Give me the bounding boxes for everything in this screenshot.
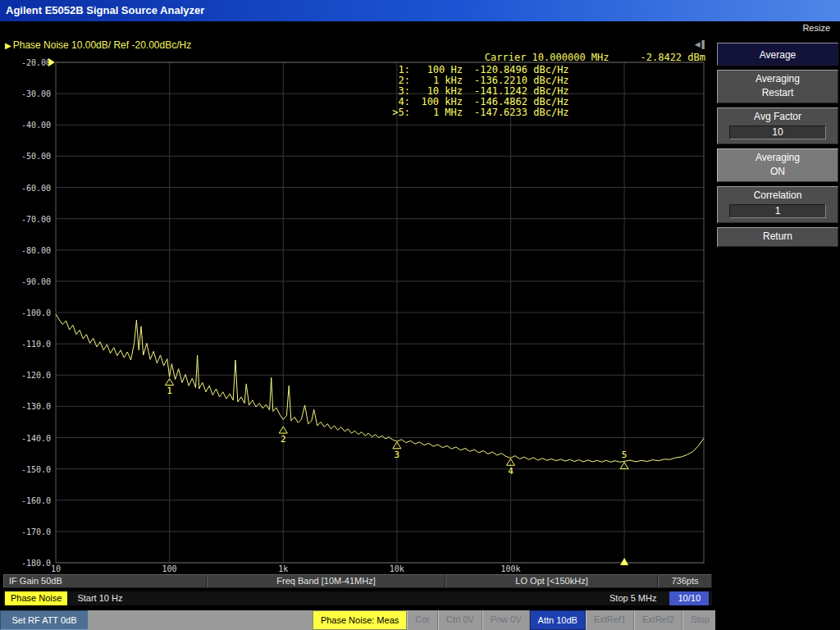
resize-control[interactable]: Resize <box>802 23 830 33</box>
indicator-stop: Stop <box>682 610 718 630</box>
svg-text:-110.0: -110.0 <box>21 340 51 349</box>
svg-text:100: 100 <box>162 564 177 573</box>
softkey-averaging-restart[interactable]: AveragingRestart <box>717 70 838 103</box>
title-bar: Agilent E5052B Signal Source Analyzer <box>0 0 840 21</box>
svg-text:-80.00: -80.00 <box>21 246 51 255</box>
softkey-panel: Average AveragingRestartAvg Factor10Aver… <box>715 39 840 630</box>
svg-text:3: 3 <box>395 450 400 460</box>
points-status: 736pts <box>658 574 712 588</box>
svg-text:-60.00: -60.00 <box>21 184 51 193</box>
svg-text:-50.00: -50.00 <box>21 152 51 161</box>
header-controls: ◀▌ <box>695 39 709 49</box>
svg-text:-180.0: -180.0 <box>21 559 51 568</box>
marker-idx: 1: <box>389 65 410 75</box>
marker-val: -141.1242 dBc/Hz <box>474 86 569 96</box>
softkey-label: ON <box>718 165 838 179</box>
y-axis-labels: -20.00-30.00-40.00-50.00-60.00-70.00-80.… <box>21 58 51 568</box>
softkey-label: Avg Factor <box>718 110 838 124</box>
softkey-label: Restart <box>718 86 838 100</box>
grid <box>56 62 704 563</box>
marker-val: -147.6233 dBc/Hz <box>474 107 569 117</box>
indicator-phase-noise-meas[interactable]: Phase Noise: Meas <box>313 610 407 630</box>
freq-band-status: Freq Band [10M-41MHz] <box>207 574 445 588</box>
carrier-readout: Carrier 10.000000 MHz -2.8422 dBm <box>485 52 705 63</box>
carrier-power: -2.8422 dBm <box>641 52 705 63</box>
svg-text:2: 2 <box>281 434 286 445</box>
taskbar-message: Set RF ATT 0dB <box>0 610 89 630</box>
softkey-return[interactable]: Return <box>717 227 838 247</box>
marker-row: 1:100 Hz-120.8496 dBc/Hz <box>389 65 569 75</box>
marker-val: -120.8496 dBc/Hz <box>474 65 569 75</box>
measurement-mode-badge: Phase Noise <box>5 591 67 605</box>
trace-header: ▶Phase Noise 10.00dB/ Ref -20.00dBc/Hz <box>5 39 191 51</box>
softkey-label: Correlation <box>718 189 838 203</box>
status-strip-sweep: Phase Noise Start 10 Hz Stop 5 MHz 10/10 <box>3 591 712 605</box>
svg-text:10: 10 <box>51 564 61 573</box>
indicator-ctrl-0v: Ctrl 0V <box>438 610 482 630</box>
active-marker-axis-indicator[interactable] <box>620 558 628 565</box>
softkey-value: 1 <box>729 204 826 218</box>
indicator-pow-0v: Pow 0V <box>482 610 530 630</box>
marker-idx: 3: <box>389 86 410 96</box>
lo-opt-status: LO Opt [<150kHz] <box>445 574 658 588</box>
status-strip-hw: IF Gain 50dB Freq Band [10M-41MHz] LO Op… <box>3 574 712 588</box>
taskbar: Set RF ATT 0dB Phase Noise: MeasCorCtrl … <box>0 610 840 630</box>
svg-text:-140.0: -140.0 <box>21 434 51 443</box>
collapse-arrow-icon[interactable]: ◀ <box>695 40 702 48</box>
softkey-averaging-on[interactable]: AveragingON <box>717 148 838 182</box>
svg-text:-30.00: -30.00 <box>21 89 51 98</box>
marker-freq: 10 kHz <box>410 86 463 96</box>
marker-freq: 100 Hz <box>410 65 463 75</box>
phase-noise-trace <box>56 314 704 462</box>
marker-idx: 4: <box>389 97 410 107</box>
svg-text:100k: 100k <box>500 564 520 573</box>
svg-text:-20.00: -20.00 <box>21 58 51 67</box>
marker-val: -136.2210 dBc/Hz <box>474 75 569 85</box>
svg-text:-160.0: -160.0 <box>21 496 51 505</box>
x-axis-labels: 101001k10k100k <box>51 564 521 573</box>
softkey-label: Averaging <box>718 72 838 86</box>
average-count-badge: 10/10 <box>669 591 709 605</box>
svg-text:10k: 10k <box>390 564 404 573</box>
marker-freq: 1 kHz <box>410 75 463 85</box>
plot-window: -20.00-30.00-40.00-50.00-60.00-70.00-80.… <box>3 39 712 573</box>
marker-idx: >5: <box>389 107 410 117</box>
phase-noise-plot: -20.00-30.00-40.00-50.00-60.00-70.00-80.… <box>3 39 712 573</box>
softkey-value: 10 <box>729 126 826 139</box>
svg-text:-70.00: -70.00 <box>21 215 51 224</box>
marker-row: 4:100 kHz-146.4862 dBc/Hz <box>389 97 569 107</box>
marker-freq: 1 MHz <box>410 107 463 117</box>
carrier-frequency: Carrier 10.000000 MHz <box>485 52 609 63</box>
softkey-label: Return <box>718 230 838 244</box>
indicator-cor: Cor <box>407 610 438 630</box>
marker-val: -146.4862 dBc/Hz <box>474 97 569 107</box>
sweep-stop-label: Stop 5 MHz <box>609 591 656 605</box>
svg-text:5: 5 <box>622 450 628 460</box>
app-title: Agilent E5052B Signal Source Analyzer <box>6 4 204 16</box>
svg-text:1: 1 <box>167 386 172 396</box>
pane-grip-icon[interactable]: ▌ <box>702 40 709 48</box>
svg-text:-100.0: -100.0 <box>21 308 51 317</box>
marker-row: 3:10 kHz-141.1242 dBc/Hz <box>389 86 569 96</box>
indicator-extref1: ExtRef1 <box>586 610 634 630</box>
indicator-attn-10db[interactable]: Attn 10dB <box>530 610 586 630</box>
svg-text:-170.0: -170.0 <box>21 527 51 536</box>
softkey-menu-title[interactable]: Average <box>717 43 838 66</box>
indicator-extref2: ExtRef2 <box>634 610 682 630</box>
svg-text:4: 4 <box>508 466 514 477</box>
marker-row: >5:1 MHz-147.6233 dBc/Hz <box>389 107 569 117</box>
marker-table: 1:100 Hz-120.8496 dBc/Hz2:1 kHz-136.2210… <box>389 65 569 118</box>
resize-row: Resize <box>0 21 840 35</box>
softkey-avg-factor[interactable]: Avg Factor10 <box>717 107 838 144</box>
if-gain-status: IF Gain 50dB <box>3 574 207 588</box>
svg-text:1k: 1k <box>278 564 288 573</box>
softkey-correlation[interactable]: Correlation1 <box>717 186 838 223</box>
marker-freq: 100 kHz <box>410 97 463 107</box>
taskbar-indicators: Phase Noise: MeasCorCtrl 0VPow 0VAttn 10… <box>313 610 749 630</box>
ref-level-arrow-icon <box>48 58 55 66</box>
sweep-start-label: Start 10 Hz <box>77 591 122 605</box>
svg-text:-130.0: -130.0 <box>21 402 51 411</box>
svg-text:-150.0: -150.0 <box>21 465 51 474</box>
instrument-screen: Agilent E5052B Signal Source Analyzer Re… <box>0 0 840 630</box>
svg-text:-40.00: -40.00 <box>21 121 51 130</box>
